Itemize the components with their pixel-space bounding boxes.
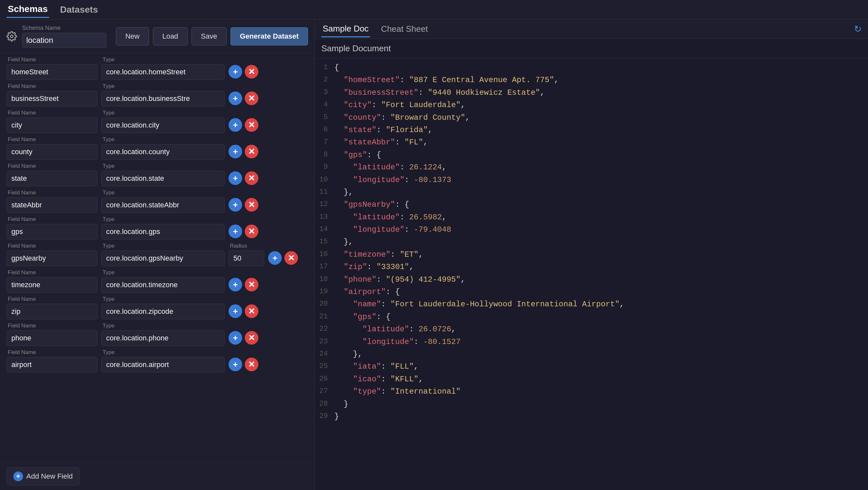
nav-tab-datasets[interactable]: Datasets (59, 2, 99, 18)
load-button[interactable]: Load (153, 27, 188, 45)
line-number: 18 (315, 273, 334, 285)
field-add-button[interactable]: + (268, 251, 282, 265)
field-remove-button[interactable]: ✕ (245, 358, 258, 371)
field-name-input[interactable] (6, 118, 97, 133)
field-remove-button[interactable]: ✕ (245, 198, 258, 211)
field-type-input[interactable] (101, 224, 225, 239)
line-number: 28 (315, 398, 334, 410)
field-add-button[interactable]: + (228, 358, 242, 371)
generate-dataset-button[interactable]: Generate Dataset (230, 27, 308, 45)
field-add-button[interactable]: + (228, 92, 242, 105)
field-type-group: Type (101, 216, 225, 239)
field-add-button[interactable]: + (228, 65, 242, 78)
settings-button[interactable] (6, 31, 17, 41)
line-content: "timezone": "ET", (334, 249, 868, 261)
line-number: 21 (315, 311, 334, 322)
field-type-input[interactable] (101, 357, 225, 372)
save-button[interactable]: Save (191, 27, 226, 45)
code-line: 29} (315, 411, 868, 423)
code-line: 1{ (315, 62, 868, 74)
field-name-group: Field Name (6, 349, 97, 372)
field-remove-button[interactable]: ✕ (245, 225, 258, 238)
field-type-label: Type (101, 190, 225, 196)
field-remove-button[interactable]: ✕ (245, 118, 258, 132)
field-type-input[interactable] (101, 171, 225, 186)
code-line: 28 } (315, 398, 868, 411)
field-type-group: Type (101, 110, 225, 133)
line-number: 22 (315, 323, 334, 334)
field-radius-input[interactable] (228, 251, 264, 266)
line-content: }, (334, 186, 868, 199)
field-type-input[interactable] (101, 304, 225, 319)
line-number: 23 (315, 336, 334, 347)
code-view: 1{2 "homeStreet": "887 E Central Avenue … (315, 58, 868, 490)
tab-sample-doc[interactable]: Sample Doc (321, 21, 370, 37)
code-line: 10 "longitude": -80.1373 (315, 174, 868, 186)
field-name-label: Field Name (6, 83, 97, 90)
field-name-input[interactable] (6, 304, 97, 319)
field-name-input[interactable] (6, 251, 97, 266)
field-name-input[interactable] (6, 197, 97, 213)
field-remove-button[interactable]: ✕ (245, 278, 258, 291)
code-line: 21 "gps": { (315, 311, 868, 323)
new-button[interactable]: New (116, 27, 149, 45)
field-type-label: Type (101, 57, 225, 63)
field-actions: + ✕ (228, 198, 258, 213)
main-layout: Schema Name New Load Save Generate Datas… (0, 20, 868, 490)
field-name-input[interactable] (6, 277, 97, 293)
field-name-input[interactable] (6, 171, 97, 186)
field-type-input[interactable] (101, 118, 225, 133)
line-number: 16 (315, 249, 334, 260)
top-nav: Schemas Datasets (0, 0, 868, 20)
tab-cheat-sheet[interactable]: Cheat Sheet (380, 22, 430, 37)
field-name-label: Field Name (6, 190, 97, 196)
field-name-input[interactable] (6, 91, 97, 106)
schema-name-input[interactable] (22, 33, 106, 48)
code-line: 13 "latitude": 26.5982, (315, 211, 868, 224)
refresh-icon[interactable]: ↻ (854, 24, 862, 34)
field-add-button[interactable]: + (228, 171, 242, 185)
nav-tab-schemas[interactable]: Schemas (6, 1, 49, 18)
field-name-input[interactable] (6, 330, 97, 346)
field-name-input[interactable] (6, 357, 97, 372)
field-remove-button[interactable]: ✕ (245, 145, 258, 158)
field-add-button[interactable]: + (228, 225, 242, 238)
field-remove-button[interactable]: ✕ (245, 92, 258, 105)
field-type-input[interactable] (101, 64, 225, 80)
field-name-group: Field Name (6, 57, 97, 80)
field-add-button[interactable]: + (228, 198, 242, 211)
field-add-button[interactable]: + (228, 145, 242, 158)
field-type-input[interactable] (101, 251, 225, 266)
line-content: "businessStreet": "9440 Hodkiewicz Estat… (334, 87, 868, 99)
field-type-input[interactable] (101, 91, 225, 106)
line-number: 13 (315, 211, 334, 223)
field-type-input[interactable] (101, 330, 225, 346)
field-name-input[interactable] (6, 144, 97, 160)
line-number: 26 (315, 373, 334, 385)
line-number: 2 (315, 74, 334, 85)
field-add-button[interactable]: + (228, 331, 242, 345)
field-add-button[interactable]: + (228, 118, 242, 132)
line-content: "homeStreet": "887 E Central Avenue Apt.… (334, 74, 868, 86)
field-type-input[interactable] (101, 197, 225, 213)
field-remove-button[interactable]: ✕ (245, 331, 258, 345)
field-name-input[interactable] (6, 224, 97, 239)
field-remove-button[interactable]: ✕ (245, 304, 258, 318)
field-remove-button[interactable]: ✕ (245, 65, 258, 78)
line-content: "longitude": -80.1527 (334, 336, 868, 348)
field-type-label: Type (101, 349, 225, 356)
field-add-button[interactable]: + (228, 278, 242, 291)
field-type-input[interactable] (101, 144, 225, 160)
line-number: 7 (315, 136, 334, 148)
field-remove-button[interactable]: ✕ (284, 251, 298, 265)
line-content: "latitude": 26.1224, (334, 161, 868, 174)
field-remove-button[interactable]: ✕ (245, 171, 258, 185)
field-type-input[interactable] (101, 277, 225, 293)
field-type-group: Type (101, 269, 225, 293)
field-actions: + ✕ (228, 304, 258, 319)
field-add-button[interactable]: + (228, 304, 242, 318)
line-content: "latitude": 26.5982, (334, 211, 868, 224)
line-content: "longitude": -80.1373 (334, 174, 868, 186)
add-new-field-button[interactable]: + Add New Field (6, 467, 80, 486)
field-name-input[interactable] (6, 64, 97, 80)
